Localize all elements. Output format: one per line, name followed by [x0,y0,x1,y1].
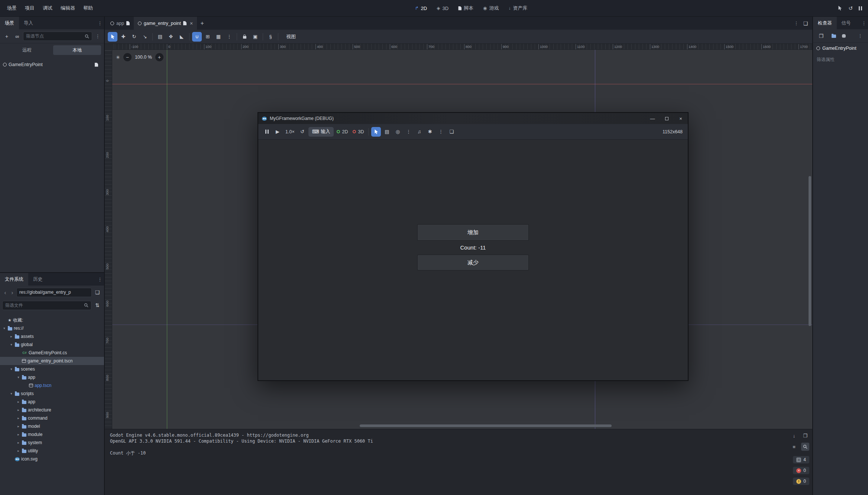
move-tool[interactable]: ✚ [119,32,128,42]
horizontal-scrollbar[interactable] [360,424,612,427]
file-item-app.tscn[interactable]: app.tscn [0,381,104,390]
remote-button[interactable]: 远程 [3,45,51,55]
scene-tabs-menu-icon[interactable]: ⋮ [792,20,800,26]
menu-场景[interactable]: 场景 [3,0,21,16]
filter-properties-input[interactable]: 筛选属性 [813,54,868,65]
copy-log-icon[interactable]: ❐ [801,432,809,440]
filter-files-input[interactable]: 筛选文件 [2,301,91,310]
messages-badge[interactable]: ≡4 [793,456,809,463]
collapse-icon[interactable]: ▾ [2,326,6,330]
grid-snap-toggle[interactable]: ⊞ [203,32,213,42]
expand-viewport-icon[interactable]: ❏ [801,19,810,28]
log-filter-icon[interactable]: ≡ [790,443,798,451]
collapse-icon[interactable]: ▾ [9,367,13,371]
pan-tool[interactable]: ✥ [166,32,176,42]
file-item-module[interactable]: ▸module [0,430,104,439]
skeleton-options-button[interactable]: § [266,32,275,42]
scene-dock-menu-icon[interactable]: ⋮ [96,17,104,29]
file-item-app[interactable]: ▾app [0,373,104,381]
expand-icon[interactable]: ▸ [16,400,20,404]
split-view-icon[interactable]: ❏ [93,288,102,297]
scene-tab-app[interactable]: app [106,17,134,30]
save-log-icon[interactable]: ↓ [790,432,798,440]
focus-origin-icon[interactable]: ✳ [116,55,120,60]
collapse-icon[interactable]: ▾ [16,375,20,379]
select-tool[interactable] [108,32,117,42]
debug-button[interactable]: ✱ [425,127,435,137]
load-resource-icon[interactable] [832,35,836,38]
workspace-游戏[interactable]: ◉游戏 [478,0,503,16]
vertical-scrollbar[interactable] [809,176,811,326]
zoom-in-button[interactable]: + [155,53,163,61]
file-item-global[interactable]: ▾global [0,341,104,349]
inspector-tab-信号[interactable]: 信号 [837,17,856,29]
workspace-脚本[interactable]: 脚本 [453,0,478,16]
select-mode-button[interactable] [371,127,381,137]
close-button[interactable]: × [674,113,688,124]
scene-dock-tab-导入[interactable]: 导入 [19,17,38,29]
file-item-icon.svg[interactable]: icon.svg [0,455,104,463]
file-item-app[interactable]: ▸app [0,398,104,406]
view-menu-button[interactable]: 视图 [283,33,299,40]
rotate-tool[interactable]: ↻ [129,32,139,42]
file-item-game_entry_point.tscn[interactable]: game_entry_point.tscn [0,357,104,365]
workspace-3D[interactable]: ◈3D [432,0,453,16]
expand-icon[interactable]: ▸ [9,335,13,338]
expand-icon[interactable]: ▸ [16,416,20,420]
speed-label[interactable]: 1.0× [284,127,297,137]
file-item-utility[interactable]: ▸utility [0,447,104,455]
fullscreen-button[interactable]: ❏ [447,127,456,137]
expand-icon[interactable]: ▸ [16,433,20,436]
maximize-button[interactable] [660,113,674,124]
reset-speed-button[interactable]: ↺ [298,127,307,137]
close-tab-icon[interactable]: × [190,20,193,26]
mode-2d-button[interactable]: 2D [335,127,350,137]
next-frame-button[interactable]: ▶ [273,127,282,137]
inspector-extra-menu-icon[interactable]: ⋮ [856,33,864,39]
path-input[interactable]: res://global/game_entry_p [16,288,92,297]
file-item-scenes[interactable]: ▾scenes [0,365,104,373]
filesystem-menu-icon[interactable]: ⋮ [96,273,104,286]
pause-game-icon[interactable] [859,6,862,10]
filesystem-tab-文件系统[interactable]: 文件系统 [0,273,28,286]
list-select-tool[interactable]: ▤ [155,32,165,42]
inspector-tab-检查器[interactable]: 检查器 [813,17,837,29]
workspace-资产库[interactable]: ↓资产库 [504,0,532,16]
scene-tab-game_entry_point[interactable]: game_entry_point× [134,17,197,30]
file-item-scripts[interactable]: ▾scripts [0,390,104,398]
scene-dock-tab-场景[interactable]: 场景 [0,17,19,29]
menu-编辑器[interactable]: 编辑器 [56,0,79,16]
game-window-titlebar[interactable]: MyGFrameworkGame (DEBUG) — × [258,113,688,124]
instance-scene-button[interactable]: ∞ [13,32,22,41]
expand-icon[interactable]: ▸ [16,408,20,412]
sort-files-icon[interactable]: ⇅ [93,301,102,310]
scale-tool[interactable]: ↘ [140,32,150,42]
smart-snap-toggle[interactable]: ∪ [192,32,202,42]
add-node-button[interactable]: + [2,32,11,41]
lock-selected-button[interactable] [240,32,249,42]
history-forward-icon[interactable]: › [9,289,15,296]
input-toggle-button[interactable]: ⌨输入 [308,127,334,137]
warnings-badge[interactable]: !0 [793,478,809,485]
save-resource-icon[interactable] [842,34,846,38]
increase-button[interactable]: 增加 [417,224,529,241]
expand-icon[interactable]: ▸ [16,424,20,428]
collapse-icon[interactable]: ▾ [9,343,13,346]
menu-项目[interactable]: 项目 [21,0,39,16]
menu-帮助[interactable]: 帮助 [79,0,97,16]
attached-script-icon[interactable] [95,63,98,67]
mode-3d-button[interactable]: 3D [351,127,366,137]
scene-tree-menu-icon[interactable]: ⋮ [94,33,102,39]
file-item-res://[interactable]: ▾res:// [0,324,104,332]
errors-badge[interactable]: ×0 [793,467,809,474]
restart-game-icon[interactable]: ↺ [848,5,853,11]
zoom-out-button[interactable]: − [123,53,132,61]
log-search-icon[interactable] [801,443,809,451]
file-item-GameEntryPoint.cs[interactable]: C#GameEntryPoint.cs [0,349,104,357]
minimize-button[interactable]: — [645,113,660,124]
debug-menu-button[interactable]: ⋮ [436,127,446,137]
inspector-dock-menu-icon[interactable]: ⋮ [860,17,868,29]
decrease-button[interactable]: 减少 [417,255,529,270]
snap-config-button[interactable]: ▦ [214,32,223,42]
expand-icon[interactable]: ▸ [16,441,20,444]
